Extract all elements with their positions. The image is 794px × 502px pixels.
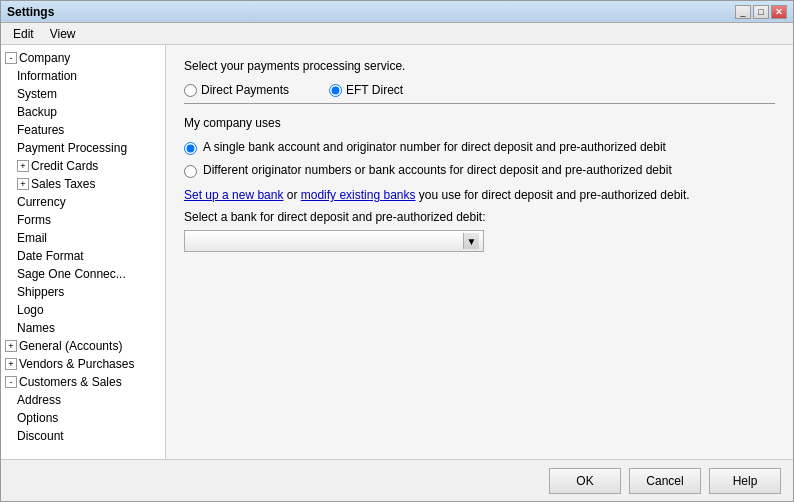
- window-title: Settings: [7, 5, 54, 19]
- sidebar-label-credit-cards: Credit Cards: [31, 159, 98, 173]
- sidebar-label-address: Address: [17, 393, 61, 407]
- sidebar-item-backup[interactable]: Backup: [1, 103, 165, 121]
- radio-direct-payments-label[interactable]: Direct Payments: [184, 83, 289, 97]
- sidebar-label-backup: Backup: [17, 105, 57, 119]
- sidebar-label-general-accounts: General (Accounts): [19, 339, 122, 353]
- expand-icon-general: +: [5, 340, 17, 352]
- sidebar-item-credit-cards[interactable]: + Credit Cards: [1, 157, 165, 175]
- radio-eft-direct[interactable]: [329, 84, 342, 97]
- bank-setup-row: Set up a new bank or modify existing ban…: [184, 188, 775, 202]
- modify-existing-banks-link[interactable]: modify existing banks: [301, 188, 416, 202]
- sidebar-label-forms: Forms: [17, 213, 51, 227]
- sidebar-item-options[interactable]: Options: [1, 409, 165, 427]
- radio-eft-direct-label[interactable]: EFT Direct: [329, 83, 403, 97]
- sidebar-item-forms[interactable]: Forms: [1, 211, 165, 229]
- sidebar-item-customers-sales[interactable]: - Customers & Sales: [1, 373, 165, 391]
- sidebar-item-logo[interactable]: Logo: [1, 301, 165, 319]
- radio-different-bank-text: Different originator numbers or bank acc…: [203, 163, 672, 177]
- sidebar-label-currency: Currency: [17, 195, 66, 209]
- link-suffix: you use for direct deposit and pre-autho…: [419, 188, 690, 202]
- sidebar-label-sage-one: Sage One Connec...: [17, 267, 126, 281]
- settings-window: Settings _ □ ✕ Edit View - Company Infor…: [0, 0, 794, 502]
- radio-different-bank[interactable]: [184, 165, 197, 178]
- sidebar-label-payment-processing: Payment Processing: [17, 141, 127, 155]
- sidebar-item-system[interactable]: System: [1, 85, 165, 103]
- sidebar-item-sales-taxes[interactable]: + Sales Taxes: [1, 175, 165, 193]
- sidebar-item-payment-processing[interactable]: Payment Processing: [1, 139, 165, 157]
- right-panel: Select your payments processing service.…: [166, 45, 793, 459]
- expand-icon-customers: -: [5, 376, 17, 388]
- radio-different-bank-option[interactable]: Different originator numbers or bank acc…: [184, 163, 775, 178]
- main-content: - Company Information System Backup Feat…: [1, 45, 793, 459]
- cancel-button[interactable]: Cancel: [629, 468, 701, 494]
- sidebar-label-information: Information: [17, 69, 77, 83]
- bank-select-label: Select a bank for direct deposit and pre…: [184, 210, 775, 224]
- setup-new-bank-link[interactable]: Set up a new bank: [184, 188, 283, 202]
- sidebar-item-discount[interactable]: Discount: [1, 427, 165, 445]
- maximize-button[interactable]: □: [753, 5, 769, 19]
- sidebar-item-shippers[interactable]: Shippers: [1, 283, 165, 301]
- sidebar-item-address[interactable]: Address: [1, 391, 165, 409]
- title-bar-buttons: _ □ ✕: [735, 5, 787, 19]
- sidebar-label-options: Options: [17, 411, 58, 425]
- close-button[interactable]: ✕: [771, 5, 787, 19]
- bank-dropdown[interactable]: ▼: [184, 230, 484, 252]
- sidebar-label-email: Email: [17, 231, 47, 245]
- sidebar-label-logo: Logo: [17, 303, 44, 317]
- sidebar-item-general-accounts[interactable]: + General (Accounts): [1, 337, 165, 355]
- sidebar-label-shippers: Shippers: [17, 285, 64, 299]
- expand-icon-vendors: +: [5, 358, 17, 370]
- bottom-bar: OK Cancel Help: [1, 459, 793, 501]
- radio-direct-payments[interactable]: [184, 84, 197, 97]
- sidebar-label-vendors-purchases: Vendors & Purchases: [19, 357, 134, 371]
- menu-edit[interactable]: Edit: [5, 25, 42, 43]
- sidebar-label-date-format: Date Format: [17, 249, 84, 263]
- ok-button[interactable]: OK: [549, 468, 621, 494]
- dropdown-arrow-icon: ▼: [463, 233, 479, 249]
- radio-direct-payments-text: Direct Payments: [201, 83, 289, 97]
- menu-view[interactable]: View: [42, 25, 84, 43]
- sidebar-label-names: Names: [17, 321, 55, 335]
- my-company-uses-label: My company uses: [184, 116, 775, 130]
- sidebar-label-company: Company: [19, 51, 70, 65]
- sidebar-item-currency[interactable]: Currency: [1, 193, 165, 211]
- sidebar-label-features: Features: [17, 123, 64, 137]
- sidebar-label-discount: Discount: [17, 429, 64, 443]
- radio-single-bank[interactable]: [184, 142, 197, 155]
- sidebar-label-system: System: [17, 87, 57, 101]
- sidebar-item-features[interactable]: Features: [1, 121, 165, 139]
- sidebar-item-email[interactable]: Email: [1, 229, 165, 247]
- sidebar-item-sage-one[interactable]: Sage One Connec...: [1, 265, 165, 283]
- radio-single-bank-text: A single bank account and originator num…: [203, 140, 666, 154]
- radio-eft-direct-text: EFT Direct: [346, 83, 403, 97]
- sidebar-item-information[interactable]: Information: [1, 67, 165, 85]
- sidebar-label-customers-sales: Customers & Sales: [19, 375, 122, 389]
- minimize-button[interactable]: _: [735, 5, 751, 19]
- menu-bar: Edit View: [1, 23, 793, 45]
- payment-service-radio-group: Direct Payments EFT Direct: [184, 83, 775, 97]
- radio-single-bank-option[interactable]: A single bank account and originator num…: [184, 140, 775, 155]
- help-button[interactable]: Help: [709, 468, 781, 494]
- section-title: Select your payments processing service.: [184, 59, 775, 73]
- section-divider: [184, 103, 775, 104]
- expand-icon-company: -: [5, 52, 17, 64]
- expand-icon-sales-taxes: +: [17, 178, 29, 190]
- title-bar: Settings _ □ ✕: [1, 1, 793, 23]
- sidebar-item-company[interactable]: - Company: [1, 49, 165, 67]
- link-or-word: or: [287, 188, 298, 202]
- sidebar: - Company Information System Backup Feat…: [1, 45, 166, 459]
- sidebar-label-sales-taxes: Sales Taxes: [31, 177, 95, 191]
- expand-icon-credit-cards: +: [17, 160, 29, 172]
- sidebar-item-names[interactable]: Names: [1, 319, 165, 337]
- sidebar-item-vendors-purchases[interactable]: + Vendors & Purchases: [1, 355, 165, 373]
- sidebar-item-date-format[interactable]: Date Format: [1, 247, 165, 265]
